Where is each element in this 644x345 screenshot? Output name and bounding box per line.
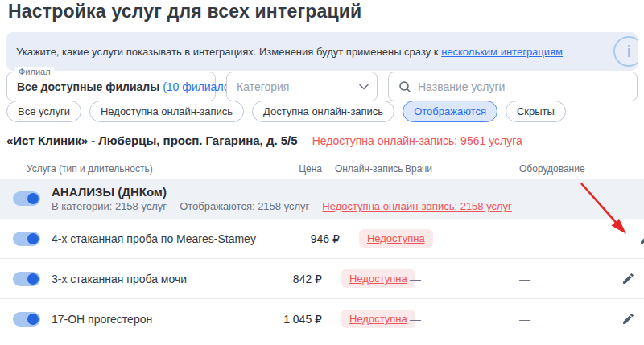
table-row: 17-ОН прогестерон 1 045 ₽ Недоступна — — (0, 299, 644, 339)
edit-service-button-row-1[interactable] (620, 272, 644, 285)
chip-displayed[interactable]: Отображаются (402, 101, 497, 122)
category-select[interactable]: Категория (226, 72, 378, 101)
chip-hidden[interactable]: Скрыты (506, 101, 566, 122)
equipment-value: — (519, 273, 620, 285)
online-status-badge[interactable]: Недоступна (341, 269, 415, 288)
service-toggle[interactable] (13, 232, 40, 246)
status-filter-chips: Все услуги Недоступна онлайн-запись Дост… (6, 101, 566, 122)
service-name: 4-х стаканная проба по Meares-Stamey (45, 232, 256, 245)
category-displayed-count: Отображаются: 2158 услуг (180, 200, 309, 212)
services-table: Услуга (тип и длительность) Цена Онлайн-… (0, 159, 644, 339)
chip-online-unavailable[interactable]: Недоступна онлайн-запись (89, 101, 244, 122)
column-header-equipment: Оборудование (519, 163, 620, 175)
chevron-down-icon (359, 84, 369, 90)
category-toggle-cell (0, 191, 45, 206)
toggle-knob (27, 314, 39, 325)
services-settings-page: Настройка услуг для всех интеграций Укаж… (0, 0, 644, 345)
filters-bar: Филиал Все доступные филиалы (10 филиало… (6, 72, 638, 101)
search-icon (398, 80, 411, 93)
multiple-integrations-link[interactable]: нескольким интеграциям (441, 46, 563, 58)
service-toggle[interactable] (13, 272, 40, 286)
service-name: 17-ОН прогестерон (45, 313, 238, 326)
service-price: 1 045 ₽ (238, 313, 322, 326)
chip-all-services[interactable]: Все услуги (6, 101, 81, 122)
pencil-icon (621, 312, 635, 326)
toggle-knob (27, 193, 39, 204)
doctors-value: — (423, 232, 537, 245)
table-row: 4-х стаканная проба по Meares-Stamey 946… (0, 219, 644, 259)
column-header-doctors: Врачи (405, 163, 519, 175)
category-toggle[interactable] (13, 191, 40, 206)
category-name: АНАЛИЗЫ (ДНКом) (52, 185, 644, 199)
equipment-value: — (537, 232, 638, 245)
doctors-value: — (405, 313, 519, 326)
online-status-badge[interactable]: Недоступна (359, 229, 433, 248)
category-info: АНАЛИЗЫ (ДНКом) В категории: 2158 услуг … (45, 185, 644, 212)
online-status-badge[interactable]: Недоступна (341, 310, 415, 328)
toggle-knob (27, 273, 39, 285)
branch-select-value: Все доступные филиалы (17, 80, 159, 93)
pencil-icon (639, 232, 644, 245)
info-banner: Укажите, какие услуги показывать в интег… (6, 32, 638, 71)
branch-select[interactable]: Филиал Все доступные филиалы (10 филиало… (6, 72, 216, 101)
table-row: 3-х стаканная проба мочи 842 ₽ Недоступн… (0, 259, 644, 299)
service-search-placeholder: Название услуги (418, 80, 505, 93)
service-search-input[interactable]: Название услуги (388, 72, 638, 101)
category-total-count: В категории: 2158 услуг (52, 200, 167, 212)
column-header-price: Цена (238, 163, 322, 175)
chip-online-available[interactable]: Доступна онлайн-запись (252, 101, 394, 122)
category-unavailable-link[interactable]: Недоступна онлайн-запись: 2158 услуг (322, 200, 512, 212)
branch-select-label: Филиал (15, 67, 54, 76)
service-toggle[interactable] (13, 312, 40, 327)
clinic-header: «Ист Клиник» - Люберцы, просп. Гагарина,… (6, 133, 522, 147)
column-header-service: Услуга (тип и длительность) (0, 163, 238, 175)
column-header-online: Онлайн-запись (335, 163, 405, 175)
category-select-placeholder: Категория (237, 80, 289, 93)
edit-service-button-row-0[interactable] (638, 232, 644, 245)
doctors-value: — (405, 273, 519, 285)
edit-service-button-row-2[interactable] (620, 312, 644, 326)
service-name: 3-х стаканная проба мочи (45, 273, 238, 285)
clinic-name: «Ист Клиник» - Люберцы, просп. Гагарина,… (6, 133, 298, 147)
info-icon: i (613, 36, 638, 67)
toggle-knob (27, 233, 39, 244)
pencil-icon (621, 272, 635, 285)
clinic-unavailable-link[interactable]: Недоступна онлайн-запись: 9561 услуга (312, 134, 522, 147)
category-row: АНАЛИЗЫ (ДНКом) В категории: 2158 услуг … (0, 179, 644, 219)
equipment-value: — (519, 313, 620, 326)
service-price: 946 ₽ (256, 232, 340, 245)
info-banner-text: Укажите, какие услуги показывать в интег… (16, 46, 563, 58)
category-stats: В категории: 2158 услуг Отображаются: 21… (52, 200, 644, 212)
info-banner-text-static: Укажите, какие услуги показывать в интег… (16, 46, 441, 58)
table-header-row: Услуга (тип и длительность) Цена Онлайн-… (0, 159, 644, 179)
page-title: Настройка услуг для всех интеграций (8, 1, 361, 23)
service-price: 842 ₽ (238, 273, 322, 285)
